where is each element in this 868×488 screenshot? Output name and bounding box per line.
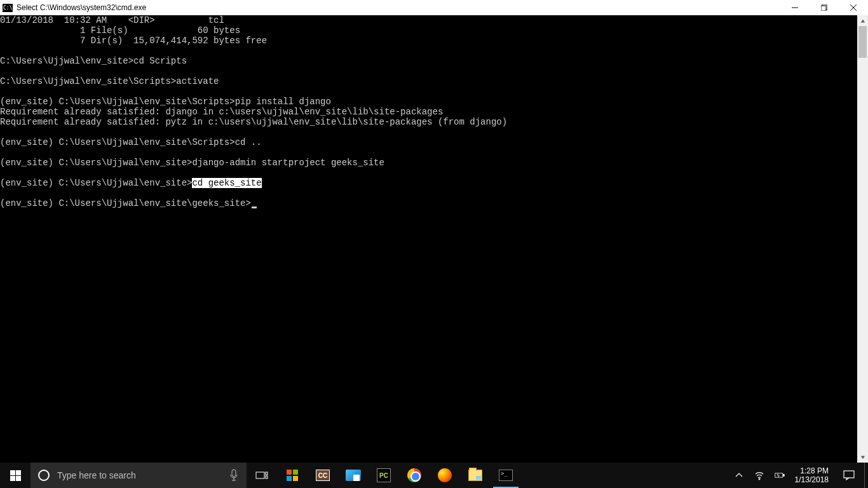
task-view-button[interactable] — [247, 463, 277, 488]
terminal-container: 01/13/2018 10:32 AM <DIR> tcl 1 File(s) … — [0, 15, 868, 463]
taskbar-app-cmd[interactable]: >_ — [491, 463, 521, 488]
window-titlebar: Select C:\Windows\system32\cmd.exe — [0, 0, 868, 15]
firefox-icon — [438, 468, 452, 482]
search-placeholder: Type here to search — [57, 470, 229, 480]
microphone-icon[interactable] — [229, 469, 239, 482]
maximize-icon — [821, 4, 827, 11]
minimize-icon — [792, 4, 798, 11]
show-desktop-button[interactable] — [864, 463, 868, 488]
taskbar-app-downloadmanager[interactable] — [338, 463, 369, 488]
start-button[interactable] — [0, 463, 31, 488]
close-button[interactable] — [839, 0, 868, 15]
svg-rect-8 — [10, 476, 15, 481]
taskbar-app-explorer[interactable] — [460, 463, 491, 488]
battery-charging-icon — [775, 470, 785, 480]
scroll-up-button[interactable] — [857, 15, 868, 26]
svg-rect-13 — [266, 476, 268, 478]
chevron-up-icon — [734, 470, 744, 480]
file-explorer-icon — [468, 470, 482, 481]
svg-rect-10 — [232, 470, 236, 477]
tray-overflow-button[interactable] — [729, 463, 749, 488]
notification-icon — [843, 470, 855, 481]
chrome-icon — [407, 468, 421, 482]
pycharm-icon: PC — [377, 468, 391, 482]
svg-marker-4 — [860, 19, 864, 22]
taskbar-clock[interactable]: 1:28 PM 1/13/2018 — [790, 466, 834, 484]
taskbar-app-firefox[interactable] — [430, 463, 460, 488]
minimize-button[interactable] — [780, 0, 810, 15]
action-center-button[interactable] — [834, 463, 864, 488]
cc-icon: CC — [316, 470, 330, 481]
clock-time: 1:28 PM — [800, 466, 829, 475]
taskbar-app-store[interactable] — [277, 463, 308, 488]
scrollbar-thumb[interactable] — [858, 26, 867, 58]
vertical-scrollbar[interactable] — [857, 15, 868, 463]
scroll-down-button[interactable] — [857, 452, 868, 463]
store-icon — [287, 470, 298, 481]
svg-rect-11 — [256, 472, 264, 478]
taskbar: Type here to search CC PC >_ 1:28 PM — [0, 463, 868, 488]
close-icon — [850, 4, 857, 11]
clock-date: 1/13/2018 — [795, 475, 829, 484]
svg-rect-6 — [10, 470, 15, 475]
terminal-output[interactable]: 01/13/2018 10:32 AM <DIR> tcl 1 File(s) … — [0, 15, 857, 463]
svg-point-14 — [759, 478, 760, 480]
task-view-icon — [255, 470, 268, 480]
svg-rect-12 — [266, 472, 268, 475]
taskbar-app-cc[interactable]: CC — [308, 463, 338, 488]
cmd-icon: >_ — [499, 470, 513, 481]
chevron-up-icon — [860, 18, 865, 24]
download-manager-icon — [346, 470, 361, 481]
window-controls — [780, 0, 868, 15]
tray-battery[interactable] — [770, 463, 790, 488]
svg-rect-7 — [16, 470, 21, 475]
maximize-button[interactable] — [810, 0, 839, 15]
window-title: Select C:\Windows\system32\cmd.exe — [17, 3, 780, 12]
taskbar-app-pycharm[interactable]: PC — [369, 463, 399, 488]
system-tray: 1:28 PM 1/13/2018 — [729, 463, 868, 488]
tray-wifi[interactable] — [749, 463, 770, 488]
cortana-icon — [38, 470, 50, 481]
svg-rect-9 — [16, 476, 21, 481]
taskbar-app-chrome[interactable] — [399, 463, 430, 488]
cmd-window-icon — [3, 4, 13, 12]
taskbar-search[interactable]: Type here to search — [31, 463, 247, 488]
windows-logo-icon — [10, 470, 21, 481]
svg-rect-1 — [821, 6, 826, 11]
wifi-icon — [754, 470, 764, 480]
taskbar-apps: CC PC >_ — [277, 463, 521, 488]
svg-rect-17 — [844, 471, 854, 478]
scrollbar-track[interactable] — [857, 26, 868, 452]
svg-marker-5 — [860, 456, 864, 459]
chevron-down-icon — [860, 455, 865, 460]
svg-rect-16 — [783, 474, 784, 476]
